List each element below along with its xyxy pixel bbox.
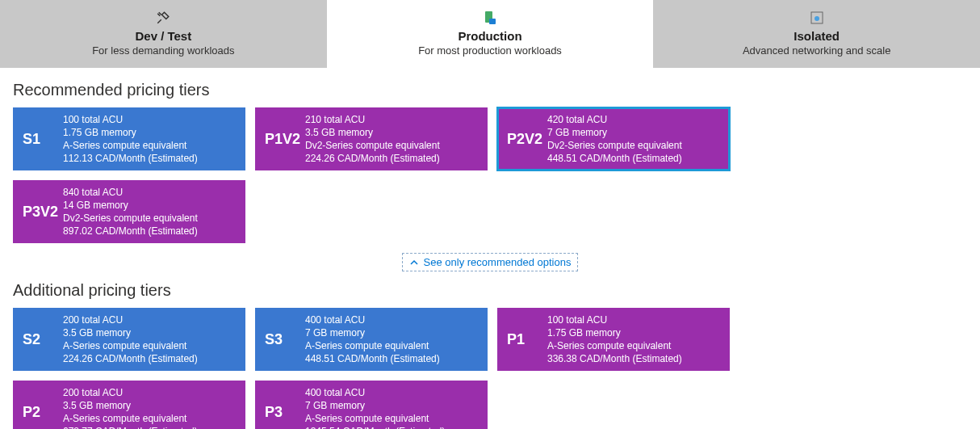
recommended-section: Recommended pricing tiers S1100 total AC…: [0, 68, 980, 281]
pricing-tier-card-p1[interactable]: P1100 total ACU1.75 GB memoryA-Series co…: [497, 308, 730, 371]
svg-point-3: [815, 16, 819, 21]
tier-mem: 7 GB memory: [305, 399, 480, 412]
tier-code: P3V2: [15, 204, 63, 221]
tier-acu: 210 total ACU: [305, 113, 480, 126]
tier-series: A-Series compute equivalent: [63, 412, 237, 425]
tier-code: S1: [15, 131, 63, 148]
tier-details: 200 total ACU3.5 GB memoryA-Series compu…: [63, 386, 244, 429]
toggle-label: See only recommended options: [424, 256, 572, 268]
tier-acu: 200 total ACU: [63, 313, 237, 326]
tier-mem: 3.5 GB memory: [305, 126, 480, 139]
tier-mem: 3.5 GB memory: [63, 326, 237, 339]
tier-details: 840 total ACU14 GB memoryDv2-Series comp…: [63, 186, 244, 238]
tier-acu: 100 total ACU: [547, 313, 722, 326]
pricing-tier-card-s3[interactable]: S3400 total ACU7 GB memoryA-Series compu…: [255, 308, 488, 371]
tier-code: S3: [257, 331, 305, 348]
tier-details: 200 total ACU3.5 GB memoryA-Series compu…: [63, 313, 244, 366]
section-title-additional: Additional pricing tiers: [13, 281, 967, 300]
tab-subtitle: For most production workloads: [327, 44, 654, 57]
tier-acu: 200 total ACU: [63, 386, 237, 399]
tier-code: P2V2: [499, 131, 547, 148]
toggle-recommended-link[interactable]: See only recommended options: [402, 253, 579, 271]
tier-price: 224.26 CAD/Month (Estimated): [63, 352, 237, 365]
tier-mem: 1.75 GB memory: [63, 126, 237, 139]
svg-rect-1: [489, 19, 496, 24]
tier-code: P1V2: [257, 131, 305, 148]
tier-series: Dv2-Series compute equivalent: [547, 139, 722, 152]
tier-price: 224.26 CAD/Month (Estimated): [305, 152, 480, 165]
isolated-icon: [653, 10, 980, 26]
tab-dev-test[interactable]: Dev / Test For less demanding workloads: [0, 0, 327, 68]
tier-price: 448.51 CAD/Month (Estimated): [305, 352, 480, 365]
tab-isolated[interactable]: Isolated Advanced networking and scale: [653, 0, 980, 68]
chevron-up-icon: [409, 258, 419, 267]
tier-details: 210 total ACU3.5 GB memoryDv2-Series com…: [305, 113, 486, 166]
tier-acu: 420 total ACU: [547, 113, 722, 126]
pricing-tier-card-s2[interactable]: S2200 total ACU3.5 GB memoryA-Series com…: [13, 308, 245, 371]
recommended-cards: S1100 total ACU1.75 GB memoryA-Series co…: [13, 107, 967, 243]
tier-mem: 14 GB memory: [63, 199, 237, 212]
tab-subtitle: Advanced networking and scale: [653, 44, 980, 57]
tier-price: 1345.54 CAD/Month (Estimated): [305, 425, 480, 429]
tier-series: A-Series compute equivalent: [547, 339, 722, 352]
tab-title: Dev / Test: [0, 29, 327, 43]
tier-code: P1: [499, 331, 547, 348]
tier-price: 112.13 CAD/Month (Estimated): [63, 152, 237, 165]
tab-title: Isolated: [653, 29, 980, 43]
pricing-tier-card-p3v2[interactable]: P3V2840 total ACU14 GB memoryDv2-Series …: [13, 180, 245, 243]
tier-details: 400 total ACU7 GB memoryA-Series compute…: [305, 386, 486, 429]
tier-mem: 7 GB memory: [305, 326, 480, 339]
pricing-tier-card-s1[interactable]: S1100 total ACU1.75 GB memoryA-Series co…: [13, 107, 245, 170]
pricing-tier-card-p1v2[interactable]: P1V2210 total ACU3.5 GB memoryDv2-Series…: [255, 107, 488, 170]
tier-details: 100 total ACU1.75 GB memoryA-Series comp…: [63, 113, 244, 166]
tier-details: 400 total ACU7 GB memoryA-Series compute…: [305, 313, 486, 366]
server-icon: [327, 10, 654, 26]
tier-series: A-Series compute equivalent: [305, 339, 480, 352]
tier-price: 448.51 CAD/Month (Estimated): [547, 152, 722, 165]
tier-acu: 400 total ACU: [305, 386, 480, 399]
tier-code: S2: [15, 331, 63, 348]
tier-price: 672.77 CAD/Month (Estimated): [63, 425, 237, 429]
tier-acu: 840 total ACU: [63, 186, 237, 199]
pricing-tier-card-p2v2[interactable]: P2V2420 total ACU7 GB memoryDv2-Series c…: [497, 107, 730, 170]
tier-mem: 1.75 GB memory: [547, 326, 722, 339]
tier-code: P3: [257, 404, 305, 421]
tier-series: A-Series compute equivalent: [63, 339, 237, 352]
tier-series: A-Series compute equivalent: [63, 139, 237, 152]
pricing-tier-card-p3[interactable]: P3400 total ACU7 GB memoryA-Series compu…: [255, 381, 488, 429]
tier-mem: 7 GB memory: [547, 126, 722, 139]
additional-cards: S2200 total ACU3.5 GB memoryA-Series com…: [13, 308, 967, 429]
tier-series: Dv2-Series compute equivalent: [63, 212, 237, 225]
tab-title: Production: [327, 29, 654, 43]
tools-icon: [0, 10, 327, 26]
tier-series: Dv2-Series compute equivalent: [305, 139, 480, 152]
tier-price: 336.38 CAD/Month (Estimated): [547, 352, 722, 365]
tier-acu: 400 total ACU: [305, 313, 480, 326]
tier-category-tabs: Dev / Test For less demanding workloads …: [0, 0, 980, 68]
tab-production[interactable]: Production For most production workloads: [327, 0, 654, 68]
additional-section: Additional pricing tiers S2200 total ACU…: [0, 281, 980, 429]
tier-code: P2: [15, 404, 63, 421]
tier-details: 420 total ACU7 GB memoryDv2-Series compu…: [547, 113, 728, 166]
section-title-recommended: Recommended pricing tiers: [13, 81, 967, 99]
tab-subtitle: For less demanding workloads: [0, 44, 327, 57]
tier-series: A-Series compute equivalent: [305, 412, 480, 425]
tier-price: 897.02 CAD/Month (Estimated): [63, 225, 237, 238]
tier-acu: 100 total ACU: [63, 113, 237, 126]
tier-details: 100 total ACU1.75 GB memoryA-Series comp…: [547, 313, 728, 366]
tier-mem: 3.5 GB memory: [63, 399, 237, 412]
pricing-tier-card-p2[interactable]: P2200 total ACU3.5 GB memoryA-Series com…: [13, 381, 245, 429]
